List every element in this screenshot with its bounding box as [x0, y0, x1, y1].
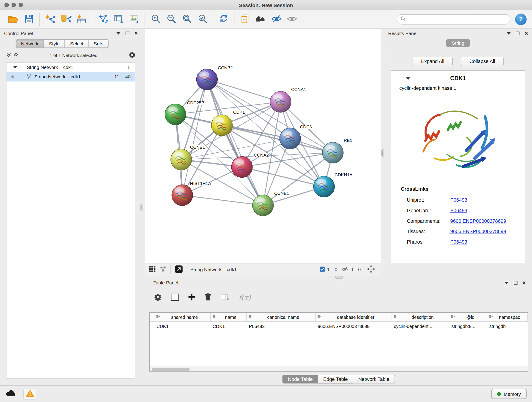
- export-image-button[interactable]: [126, 12, 142, 27]
- network-edge[interactable]: [182, 195, 263, 205]
- tab-sets[interactable]: Sets: [89, 39, 109, 48]
- table-settings-gear-icon[interactable]: [154, 293, 162, 302]
- collection-disclosure-icon[interactable]: [13, 66, 17, 68]
- refresh-view-button[interactable]: [216, 12, 231, 27]
- tab-network[interactable]: Network: [16, 39, 44, 48]
- network-canvas[interactable]: CCNB2CCNA1CDC25BCDK1CDC6RB1CCNB1CCNA2CDK…: [145, 29, 381, 263]
- tab-style[interactable]: Style: [44, 39, 65, 48]
- network-node-CCNB1[interactable]: CCNB1: [171, 145, 205, 170]
- panel-float-icon[interactable]: [116, 32, 120, 34]
- delete-column-icon-disabled[interactable]: [221, 293, 230, 302]
- new-table-button[interactable]: [111, 12, 126, 27]
- show-all-button[interactable]: [284, 12, 300, 27]
- gear-icon[interactable]: [128, 51, 136, 60]
- column-header-name[interactable]: name: [210, 313, 247, 322]
- status-bar: Memory: [0, 385, 532, 402]
- memory-button[interactable]: Memory: [491, 389, 526, 399]
- panel-float-icon[interactable]: [505, 281, 509, 284]
- tab-edge-table[interactable]: Edge Table: [318, 375, 353, 384]
- help-button[interactable]: ?: [515, 13, 526, 25]
- network-edge[interactable]: [207, 80, 280, 102]
- crosslink-link[interactable]: P06493: [450, 197, 467, 203]
- network-edge[interactable]: [182, 80, 207, 195]
- show-columns-icon[interactable]: [171, 293, 179, 302]
- delete-trash-icon[interactable]: [204, 293, 212, 302]
- crosslink-link[interactable]: 9606.ENSP00000378699: [450, 229, 506, 234]
- network-edge[interactable]: [207, 80, 263, 205]
- collapse-all-button[interactable]: Collapse All: [461, 57, 504, 66]
- copy-document-button[interactable]: [237, 12, 253, 27]
- open-in-window-icon[interactable]: [175, 265, 183, 274]
- network-node-CDK1[interactable]: CDK1: [211, 110, 245, 136]
- tab-select[interactable]: Select: [65, 39, 89, 48]
- row-gutter: [150, 313, 154, 322]
- crosslink-label: Tissues:: [407, 229, 450, 234]
- table-horizontal-scrollbar[interactable]: [150, 366, 528, 371]
- add-column-plus-icon[interactable]: [188, 293, 196, 302]
- zoom-in-button[interactable]: [147, 12, 163, 27]
- network-node-CDKN1A[interactable]: CDKN1A: [313, 172, 352, 197]
- panel-maximize-icon[interactable]: [514, 281, 517, 285]
- network-node-RB1[interactable]: RB1: [322, 138, 352, 163]
- results-panel: Results Panel × String Expand All Collap…: [384, 29, 532, 276]
- open-folder-icon: [7, 14, 19, 25]
- column-header--id[interactable]: @id: [449, 313, 487, 322]
- import-table-button[interactable]: [74, 12, 89, 27]
- pan-crosshair-icon[interactable]: [367, 265, 375, 274]
- cloud-icon[interactable]: [6, 389, 16, 399]
- eye-slash-gray-icon[interactable]: [341, 266, 348, 273]
- import-network-file-button[interactable]: [42, 12, 58, 27]
- crosslink-link[interactable]: P06493: [450, 239, 467, 245]
- table-panel: Table Panel × f(x) shared namenamecanoni…: [145, 278, 532, 385]
- protein-section-header[interactable]: CDK1: [391, 71, 525, 85]
- network-share-small-icon[interactable]: [160, 266, 166, 274]
- zoom-out-button[interactable]: [163, 12, 179, 27]
- tab-node-table[interactable]: Node Table: [283, 375, 318, 384]
- grid-view-icon[interactable]: [149, 265, 156, 274]
- panel-close-icon[interactable]: ×: [523, 281, 526, 285]
- new-network-button[interactable]: [95, 12, 111, 27]
- network-node-CDC6[interactable]: CDC6: [279, 124, 312, 149]
- open-session-button[interactable]: [6, 12, 21, 27]
- expand-all-button[interactable]: Expand All: [413, 57, 453, 66]
- checkbox-blue-icon[interactable]: [320, 266, 325, 273]
- panel-close-icon[interactable]: ×: [134, 32, 138, 35]
- function-builder-button[interactable]: f(x): [239, 294, 251, 302]
- save-session-button[interactable]: [21, 12, 37, 27]
- column-header-database-identifier[interactable]: database identifier: [316, 313, 392, 322]
- hide-selected-button[interactable]: [268, 12, 284, 27]
- panel-float-icon[interactable]: [507, 32, 511, 34]
- scrollbar-thumb[interactable]: [152, 368, 190, 370]
- warnings-button[interactable]: [23, 389, 36, 399]
- zoom-selected-button[interactable]: [195, 12, 210, 27]
- column-header-namespac[interactable]: namespac: [487, 313, 528, 322]
- crosslink-link[interactable]: 9606.ENSP00000378699: [450, 218, 506, 224]
- section-disclosure-icon[interactable]: [406, 77, 410, 80]
- collapse-all-networks-icon[interactable]: [13, 52, 18, 58]
- splitter-handle[interactable]: [140, 204, 143, 211]
- home-view-button[interactable]: [253, 12, 268, 27]
- crosslink-label: Uniprot:: [407, 197, 450, 203]
- panel-maximize-icon[interactable]: [126, 32, 129, 35]
- column-header-shared-name[interactable]: shared name: [154, 313, 210, 322]
- splitter-handle[interactable]: [381, 149, 384, 157]
- crosslink-link[interactable]: P06493: [450, 208, 467, 213]
- zoom-fit-button[interactable]: [179, 12, 194, 27]
- network-node-CCNB2[interactable]: CCNB2: [196, 65, 233, 90]
- import-network-database-button[interactable]: [58, 12, 74, 27]
- title-bar: Session: New Session: [0, 0, 532, 10]
- column-header-description[interactable]: description: [392, 313, 449, 322]
- crosslink-label: Pharos:: [407, 239, 450, 245]
- column-header-canonical-name[interactable]: canonical name: [247, 313, 316, 322]
- network-row-selected[interactable]: String Network – cdk1 11 48: [6, 72, 135, 81]
- table-row[interactable]: CDK1CDK1P064939606.ENSP00000378699cyclin…: [150, 322, 528, 331]
- panel-close-icon[interactable]: ×: [525, 32, 528, 35]
- network-node-CCNA1[interactable]: CCNA1: [270, 87, 306, 112]
- tab-network-table[interactable]: Network Table: [353, 375, 395, 384]
- expand-all-networks-icon[interactable]: [6, 52, 11, 58]
- network-node-HIST1H1A[interactable]: HIST1H1A: [172, 181, 211, 206]
- string-results-tab[interactable]: String: [446, 39, 470, 47]
- search-input[interactable]: [408, 17, 507, 22]
- panel-maximize-icon[interactable]: [516, 32, 519, 35]
- network-collection-row[interactable]: String Network – cdk1 1: [6, 63, 135, 72]
